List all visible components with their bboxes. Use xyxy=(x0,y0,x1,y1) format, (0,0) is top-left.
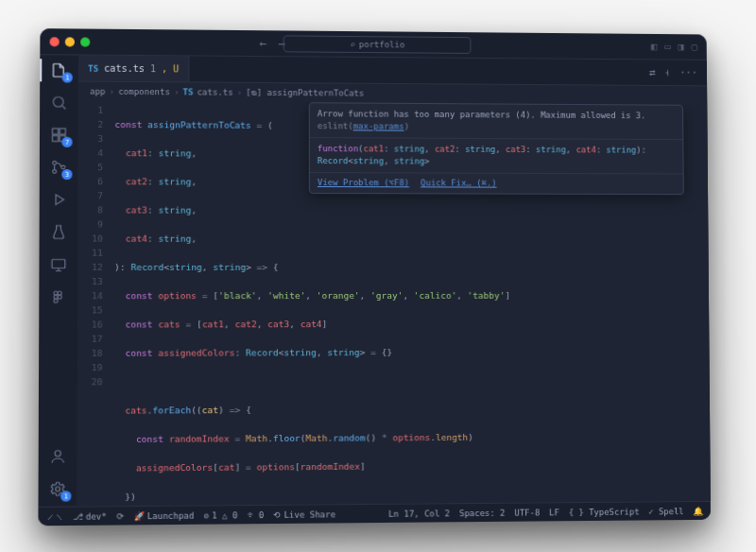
svg-point-0 xyxy=(53,96,63,107)
svg-point-10 xyxy=(58,291,61,295)
chevron-right-icon: › xyxy=(174,87,179,96)
live-share[interactable]: ⟲Live Share xyxy=(273,509,335,520)
layout-customize-icon[interactable]: ▢ xyxy=(692,41,698,53)
rocket-icon: 🚀 xyxy=(133,511,144,521)
close-button[interactable] xyxy=(50,37,60,46)
accounts-icon[interactable] xyxy=(48,446,68,465)
more-actions-icon[interactable]: ··· xyxy=(679,67,697,79)
eslint-rule-link[interactable]: max-params xyxy=(353,121,404,130)
indentation-status[interactable]: Spaces: 2 xyxy=(459,508,506,517)
extensions-badge: 7 xyxy=(61,137,72,147)
workbench-body: 1 7 3 xyxy=(38,55,710,507)
problems-status[interactable]: ⊘1 △ 0 xyxy=(204,510,238,520)
nav-arrows: ← → xyxy=(260,36,286,50)
chevron-right-icon: › xyxy=(237,88,242,97)
remote-icon: ⟋⟍ xyxy=(46,511,64,521)
language-mode[interactable]: { } TypeScript xyxy=(569,507,640,517)
ports-status[interactable]: ᯤ0 xyxy=(248,509,265,519)
activity-bar: 1 7 3 xyxy=(38,55,78,507)
hover-diagnostic: Arrow function has too many parameters (… xyxy=(310,103,683,140)
titlebar-actions: ◧ ▭ ◨ ▢ xyxy=(651,41,697,53)
figma-icon[interactable] xyxy=(49,287,69,306)
quick-fix-button[interactable]: Quick Fix… (⌘.) xyxy=(421,177,497,189)
view-problem-button[interactable]: View Problem (⌥F8) xyxy=(318,177,409,189)
typescript-file-icon: TS xyxy=(183,87,194,96)
breadcrumb-seg-components[interactable]: components xyxy=(118,87,170,96)
search-activity-icon[interactable] xyxy=(49,93,68,112)
error-icon: ⊘ xyxy=(204,510,210,520)
svg-point-11 xyxy=(54,295,58,299)
compare-icon[interactable]: ⇄ xyxy=(649,66,656,78)
svg-rect-3 xyxy=(52,135,58,141)
code-editor[interactable]: 1234567891011121314151617181920 const as… xyxy=(77,101,711,507)
search-placeholder: portfolio xyxy=(359,40,404,49)
remote-icon[interactable] xyxy=(49,255,68,274)
breadcrumb-seg-file[interactable]: cats.ts xyxy=(198,87,233,96)
cursor-position[interactable]: Ln 17, Col 2 xyxy=(388,509,450,519)
layout-panel-icon[interactable]: ▭ xyxy=(664,41,671,53)
vscode-window: ← → ⌕ portfolio ◧ ▭ ◨ ▢ 1 7 xyxy=(38,28,711,526)
maximize-button[interactable] xyxy=(80,37,90,46)
encoding-status[interactable]: UTF-8 xyxy=(514,508,540,517)
explorer-badge: 1 xyxy=(62,72,73,82)
tab-actions: ⇄ ⫞ ··· xyxy=(649,66,707,78)
layout-sidebar-right-icon[interactable]: ◨ xyxy=(678,41,684,53)
settings-icon[interactable]: 1 xyxy=(48,479,68,499)
svg-point-5 xyxy=(53,162,57,165)
launchpad[interactable]: 🚀Launchpad xyxy=(133,510,194,521)
tab-cats-ts[interactable]: TS cats.ts 1 , U xyxy=(78,56,190,82)
breadcrumb-seg-app[interactable]: app xyxy=(90,87,106,96)
eol-status[interactable]: LF xyxy=(549,508,559,517)
explorer-icon[interactable]: 1 xyxy=(49,60,68,79)
git-sync[interactable]: ⟳ xyxy=(116,511,124,521)
hover-signature: function(cat1: string, cat2: string, cat… xyxy=(310,138,683,174)
traffic-lights xyxy=(50,37,91,46)
tab-modified-indicator: , U xyxy=(162,63,179,74)
command-center[interactable]: ⌕ portfolio xyxy=(284,35,472,54)
scm-badge: 3 xyxy=(61,169,72,180)
extensions-icon[interactable]: 7 xyxy=(49,126,68,145)
svg-rect-8 xyxy=(52,260,65,268)
run-debug-icon[interactable] xyxy=(49,190,68,209)
tab-problems-count: 1 xyxy=(150,63,156,74)
split-editor-icon[interactable]: ⫞ xyxy=(664,66,670,78)
svg-point-12 xyxy=(58,295,61,299)
typescript-file-icon: TS xyxy=(88,63,98,73)
svg-point-9 xyxy=(54,291,58,295)
source-control-icon[interactable]: 3 xyxy=(49,158,68,177)
layout-sidebar-left-icon[interactable]: ◧ xyxy=(651,41,658,53)
spell-check[interactable]: ✓ Spell xyxy=(648,507,683,516)
svg-point-14 xyxy=(55,451,60,457)
tab-filename: cats.ts xyxy=(104,63,145,74)
branch-icon: ⎇ xyxy=(73,511,82,521)
line-number-gutter: 1234567891011121314151617181920 xyxy=(77,101,112,507)
hover-diagnostic-text: Arrow function has too many parameters (… xyxy=(318,109,646,120)
nav-back-icon[interactable]: ← xyxy=(260,36,267,50)
svg-point-13 xyxy=(54,299,58,302)
editor-group: TS cats.ts 1 , U ⇄ ⫞ ··· app › component… xyxy=(77,56,711,507)
settings-badge: 1 xyxy=(60,491,71,501)
hover-actions: View Problem (⌥F8) Quick Fix… (⌘.) xyxy=(310,173,683,194)
search-icon: ⌕ xyxy=(350,39,354,48)
remote-indicator[interactable]: ⟋⟍ xyxy=(46,511,64,521)
notifications-icon[interactable]: 🔔 xyxy=(693,506,703,515)
sync-icon: ⟳ xyxy=(116,511,124,521)
hover-tooltip: Arrow function has too many parameters (… xyxy=(309,102,684,195)
git-branch[interactable]: ⎇dev* xyxy=(73,511,107,522)
minimize-button[interactable] xyxy=(65,37,75,46)
breadcrumb-seg-symbol[interactable]: [ᴓ] assignPatternToCats xyxy=(246,88,364,98)
svg-rect-1 xyxy=(53,129,59,134)
antenna-icon: ᯤ xyxy=(248,510,256,520)
testing-icon[interactable] xyxy=(49,222,68,241)
svg-rect-2 xyxy=(60,129,65,134)
liveshare-icon: ⟲ xyxy=(273,509,281,519)
chevron-right-icon: › xyxy=(110,87,115,96)
svg-point-6 xyxy=(53,170,57,174)
svg-point-15 xyxy=(56,487,60,492)
